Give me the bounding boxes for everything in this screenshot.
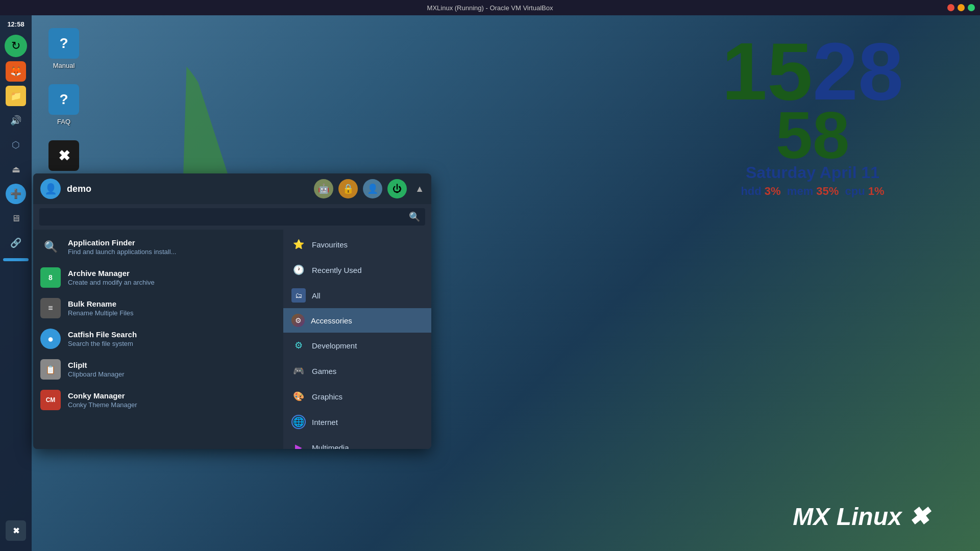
cat-games-label: Games [312, 367, 336, 375]
menu-close-button[interactable]: ▲ [415, 184, 424, 194]
desktop-icon-manual[interactable]: ? Manual [41, 28, 87, 69]
lock-button[interactable]: 🔒 [338, 179, 358, 198]
clock-date: Saturday April 11 [722, 163, 903, 182]
conky-icon: CM [40, 390, 61, 410]
sidebar-cube-icon[interactable]: ⬡ [6, 135, 26, 155]
user-avatar: 👤 [40, 179, 61, 199]
app-item-clipit[interactable]: 📋 ClipIt Clipboard Manager [33, 354, 283, 385]
user-name: demo [67, 184, 91, 194]
installer-icon: ✖ [48, 140, 79, 171]
conky-name: Conky Manager [68, 391, 137, 400]
user-switch-button[interactable]: 👤 [363, 179, 382, 198]
cat-graphics-label: Graphics [312, 392, 342, 401]
desktop-icon-faq[interactable]: ? FAQ [41, 84, 87, 126]
desktop: MXLinux (Running) - Oracle VM VirtualBox… [0, 0, 980, 551]
mx-logo: MX Linux ✖ [793, 502, 929, 531]
cat-internet[interactable]: 🌐 Internet [283, 409, 431, 435]
manual-icon: ? [48, 28, 79, 59]
app-item-bulkrename[interactable]: ≡ Bulk Rename Rename Multiple Files [33, 293, 283, 323]
close-btn[interactable] [947, 4, 954, 11]
sidebar-link-icon[interactable]: 🔗 [6, 233, 26, 253]
window-title: MXLinux (Running) - Oracle VM VirtualBox [427, 4, 553, 12]
archive-icon: 8 [40, 267, 61, 288]
internet-icon: 🌐 [291, 415, 306, 429]
sidebar-divider [3, 258, 29, 261]
appfinder-info: Application Finder Find and launch appli… [68, 238, 176, 256]
development-icon: ⚙ [291, 338, 306, 353]
robot-button[interactable]: 🤖 [314, 179, 333, 198]
app-item-catfish[interactable]: ● Catfish File Search Search the file sy… [33, 323, 283, 354]
cat-internet-label: Internet [312, 418, 338, 427]
sidebar-sound-icon[interactable]: 🔊 [6, 110, 26, 131]
cat-favourites-label: Favourites [312, 240, 348, 249]
cat-favourites[interactable]: ⭐ Favourites [283, 232, 431, 257]
bulkrename-name: Bulk Rename [68, 299, 134, 308]
sidebar-eject-icon[interactable]: ⏏ [6, 159, 26, 180]
cat-all[interactable]: 🗂 All [283, 283, 431, 308]
cat-multimedia-label: Multimedia [312, 443, 349, 449]
left-sidebar: 12:58 ↻ 🦊 📁 🔊 ⬡ ⏏ ➕ 🖥 🔗 ✖ [0, 15, 32, 551]
sidebar-refresh-icon[interactable]: ↻ [5, 35, 27, 57]
favourites-icon: ⭐ [291, 237, 306, 252]
sidebar-monitor-icon[interactable]: 🖥 [6, 208, 26, 229]
cat-all-label: All [312, 291, 321, 300]
appfinder-icon: 🔍 [40, 237, 61, 257]
title-bar: MXLinux (Running) - Oracle VM VirtualBox [0, 0, 980, 15]
bulkrename-info: Bulk Rename Rename Multiple Files [68, 299, 134, 317]
sidebar-close-icon[interactable]: ✖ [6, 520, 26, 541]
conky-info: Conky Manager Conky Theme Manager [68, 391, 137, 409]
title-bar-buttons [947, 4, 975, 11]
clipit-icon: 📋 [40, 359, 61, 380]
menu-search: 🔍 [33, 204, 431, 230]
cat-games[interactable]: 🎮 Games [283, 358, 431, 384]
bulkrename-desc: Rename Multiple Files [68, 309, 134, 317]
clipit-info: ClipIt Clipboard Manager [68, 361, 125, 378]
menu-user: 👤 demo [40, 179, 91, 199]
accessories-icon: ⚙ [291, 314, 305, 327]
cat-recently-used[interactable]: 🕐 Recently Used [283, 257, 431, 283]
cat-accessories[interactable]: ⚙ Accessories [283, 308, 431, 333]
sidebar-firefox-icon[interactable]: 🦊 [6, 61, 26, 82]
apps-list: 🔍 Application Finder Find and launch app… [33, 230, 283, 449]
cat-graphics[interactable]: 🎨 Graphics [283, 384, 431, 409]
clock-widget: 1528 58 Saturday April 11 hdd 3% mem 35%… [722, 31, 903, 198]
sidebar-add-icon[interactable]: ➕ [6, 184, 26, 204]
bulkrename-icon: ≡ [40, 298, 61, 318]
clipit-name: ClipIt [68, 361, 125, 369]
power-button[interactable]: ⏻ [387, 179, 407, 198]
sidebar-clock: 12:58 [7, 20, 24, 28]
graphics-icon: 🎨 [291, 389, 306, 404]
app-menu: 👤 demo 🤖 🔒 👤 ⏻ ▲ 🔍 🔍 [33, 173, 431, 449]
maximize-btn[interactable] [968, 4, 975, 11]
all-icon: 🗂 [291, 288, 306, 303]
sidebar-files-icon[interactable]: 📁 [6, 86, 26, 106]
cat-development-label: Development [312, 341, 357, 350]
faq-label: FAQ [57, 118, 70, 126]
cat-accessories-label: Accessories [311, 316, 352, 325]
archive-info: Archive Manager Create and modify an arc… [68, 269, 155, 286]
games-icon: 🎮 [291, 364, 306, 378]
manual-label: Manual [53, 62, 75, 69]
cat-multimedia[interactable]: ▶ Multimedia [283, 435, 431, 449]
archive-name: Archive Manager [68, 269, 155, 278]
menu-header: 👤 demo 🤖 🔒 👤 ⏻ ▲ [33, 173, 431, 204]
faq-icon: ? [48, 84, 79, 115]
catfish-info: Catfish File Search Search the file syst… [68, 330, 137, 347]
app-item-archive[interactable]: 8 Archive Manager Create and modify an a… [33, 262, 283, 293]
app-item-conky[interactable]: CM Conky Manager Conky Theme Manager [33, 385, 283, 415]
multimedia-icon: ▶ [291, 440, 306, 449]
search-input[interactable] [44, 213, 405, 221]
minimize-btn[interactable] [958, 4, 965, 11]
cat-recently-used-label: Recently Used [312, 266, 362, 274]
catfish-desc: Search the file system [68, 340, 137, 347]
clipit-desc: Clipboard Manager [68, 370, 125, 378]
search-wrap: 🔍 [39, 208, 425, 226]
app-item-appfinder[interactable]: 🔍 Application Finder Find and launch app… [33, 232, 283, 262]
clock-stats: hdd 3% mem 35% cpu 1% [722, 185, 903, 198]
menu-body: 🔍 Application Finder Find and launch app… [33, 230, 431, 449]
search-icon[interactable]: 🔍 [409, 211, 420, 222]
categories-list: ⭐ Favourites 🕐 Recently Used 🗂 All ⚙ Acc… [283, 230, 431, 449]
menu-actions: 🤖 🔒 👤 ⏻ ▲ [314, 179, 424, 198]
recently-used-icon: 🕐 [291, 263, 306, 277]
cat-development[interactable]: ⚙ Development [283, 333, 431, 358]
